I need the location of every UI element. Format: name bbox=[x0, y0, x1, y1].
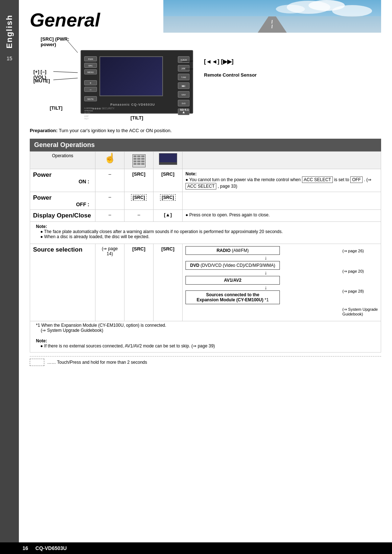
radio-source-box: RADIO (AM/FM) bbox=[186, 247, 280, 255]
operations-table: Operations ☝ bbox=[30, 151, 381, 353]
acc-select-badge: ACC SELECT bbox=[302, 176, 333, 183]
svg-line-12 bbox=[53, 72, 78, 73]
radio-bold: RADIO bbox=[217, 248, 231, 253]
next-btn: ⏭ bbox=[178, 82, 189, 89]
expansion-footnote-ref: *1 bbox=[264, 297, 269, 302]
table-row-source-notes: *1 When the Expansion Module (CY-EM100U,… bbox=[30, 321, 381, 353]
device-sketch: PWR SRC MENU + – MUTE A.MODEXPBASSMUTEAS… bbox=[81, 50, 193, 114]
expansion-source-box: Sources connected to theExpansion Module… bbox=[186, 291, 280, 304]
table-header-row: Operations ☝ bbox=[30, 152, 381, 169]
header-panel-col bbox=[154, 152, 183, 169]
navi-btn: NAVI bbox=[178, 91, 189, 98]
panel-icon bbox=[159, 153, 177, 165]
source-note-title: Note: bbox=[36, 338, 375, 343]
arrow-2: ↓ bbox=[193, 270, 339, 276]
road-illustration bbox=[163, 0, 381, 33]
power-on-note-title: Note: bbox=[185, 171, 378, 176]
power-on-remote-cell: [SRC] bbox=[124, 169, 154, 192]
expansion-page-ref: (⇒ System UpgradeGuidebook) bbox=[342, 307, 378, 316]
display-sub-note-1: ● The face plate automatically closes af… bbox=[40, 229, 375, 234]
power-off-row-label: Power bbox=[33, 194, 92, 201]
svg-line-13 bbox=[53, 78, 78, 80]
touch-icon: ☝ bbox=[97, 153, 123, 163]
display-sub-note-2: ● When a disc is already loaded, the dis… bbox=[40, 234, 375, 239]
page-refs: (⇒ page 26) (⇒ page 20) (⇒ page 28) (⇒ S… bbox=[339, 246, 378, 319]
pwr-btn: PWR bbox=[84, 56, 97, 61]
display-touch-cell: – bbox=[95, 210, 124, 222]
source-row-label: Source selection bbox=[33, 246, 92, 253]
source-flow-container: RADIO (AM/FM) ↓ DVD (DVD/VCD (Video CD)/… bbox=[185, 246, 378, 319]
preparation-text: Turn your car's ignition key to the ACC … bbox=[59, 128, 172, 133]
footer-legend: …… Touch/Press and hold for more than 2 … bbox=[30, 356, 381, 366]
display-remote-val: – bbox=[138, 212, 140, 217]
power-on-sublabel: ON : bbox=[33, 179, 92, 184]
display-label-cell: Display Open/Close bbox=[30, 210, 95, 222]
device-diagram: PWR SRC MENU + – MUTE A.MODEXPBASSMUTEAS… bbox=[81, 40, 193, 121]
tilt-label-below: [TILT] bbox=[81, 115, 193, 121]
source-panel-cell: [SRC] bbox=[154, 244, 183, 321]
display-row-label: Display Open/Close bbox=[33, 212, 92, 219]
display-note-1: ● Press once to open. Press again to clo… bbox=[185, 212, 270, 217]
vol-plus-btn: + bbox=[84, 80, 97, 85]
power-on-panel-val: [SRC] bbox=[161, 171, 174, 177]
device-section: [SRC] (PWR: power) [+] [–](VOL) [MUTE] [… bbox=[30, 36, 381, 121]
device-screen bbox=[99, 56, 163, 96]
sidebar-language-label: English bbox=[5, 15, 14, 48]
off-badge: OFF bbox=[350, 176, 363, 183]
power-off-touch-val: – bbox=[109, 194, 111, 200]
bottom-bar: 16 CQ-VD6503U bbox=[0, 542, 392, 554]
av-page-ref: (⇒ page 28) bbox=[342, 289, 378, 294]
power-on-notes-cell: Note: ● You cannot turn on the power via… bbox=[183, 169, 381, 192]
display-panel-cell: [▲] bbox=[154, 210, 183, 222]
src-pwr-label: [SRC] (PWR: power) bbox=[41, 36, 81, 47]
security-label: ◉◉◉◉ SECURITY bbox=[92, 107, 114, 110]
tilt-label: [TILT] bbox=[50, 105, 62, 111]
dvd-page-ref: (⇒ page 20) bbox=[342, 269, 378, 274]
table-row-display-notes: Note: ● The face plate automatically clo… bbox=[30, 222, 381, 244]
operations-title: General Operations bbox=[34, 141, 95, 148]
power-off-sublabel: OFF : bbox=[33, 201, 92, 207]
header-notes-col bbox=[183, 152, 381, 169]
svg-rect-10 bbox=[163, 16, 381, 33]
power-on-row-label: Power bbox=[33, 171, 92, 179]
display-sub-notes-cell: Note: ● The face plate automatically clo… bbox=[30, 222, 381, 244]
expansion-bold: Sources connected to theExpansion Module… bbox=[197, 292, 264, 302]
source-notes-cell: RADIO (AM/FM) ↓ DVD (DVD/VCD (Video CD)/… bbox=[183, 244, 381, 321]
tune-track-btn: TUNETRACK bbox=[178, 74, 189, 80]
power-off-label-cell: Power OFF : bbox=[30, 192, 95, 210]
table-row-power-off: Power OFF : – [SRC] [SRC] bbox=[30, 192, 381, 210]
acc-select-badge-2: ACC SELECT bbox=[185, 183, 216, 190]
dvd-bold: DVD bbox=[190, 263, 199, 268]
header-remote-col bbox=[124, 152, 154, 169]
av-source-box: AV1/AV2 bbox=[186, 276, 280, 284]
power-off-remote-val: [SRC] bbox=[131, 194, 147, 201]
source-footnote: *1 When the Expansion Module (CY-EM100U,… bbox=[36, 323, 375, 328]
mute-btn: MUTE bbox=[84, 96, 97, 101]
power-on-panel-cell: [SRC] bbox=[154, 169, 183, 192]
display-notes-cell: ● Press once to open. Press again to clo… bbox=[183, 210, 381, 222]
general-operations-section: General Operations Operations ☝ bbox=[30, 139, 381, 353]
preparation-label: Preparation: bbox=[30, 128, 58, 133]
display-touch-val: – bbox=[109, 212, 111, 217]
table-row-power-on: Power ON : – [SRC] [SRC] Note: ● You can… bbox=[30, 169, 381, 192]
remote-sensor-label: Remote Control Sensor bbox=[204, 72, 257, 78]
vol-minus-btn: – bbox=[84, 87, 97, 92]
prev-btn: ⏮ bbox=[178, 65, 189, 72]
dvd-btn: DVD bbox=[178, 100, 189, 106]
source-touch-val: (⇒ page 14) bbox=[102, 246, 118, 256]
power-on-touch-val: – bbox=[109, 171, 111, 177]
sd-label: SD·5.1 bbox=[180, 108, 189, 111]
source-panel-val: [SRC] bbox=[161, 246, 174, 252]
dvd-row: DVD (DVD/VCD (Video CD)/CD/MP3/WMA) bbox=[186, 261, 280, 269]
power-off-panel-cell: [SRC] bbox=[154, 192, 183, 210]
device-left-buttons: PWR SRC MENU + – MUTE A.MODEXPBASSMUTEAS… bbox=[84, 56, 97, 120]
remote-icon bbox=[132, 154, 146, 167]
bottom-model: CQ-VD6503U bbox=[36, 545, 67, 551]
power-on-label-cell: Power ON : bbox=[30, 169, 95, 192]
av-bold: AV1/AV2 bbox=[224, 278, 241, 283]
preparation-line: Preparation: Turn your car's ignition ke… bbox=[30, 128, 381, 133]
display-sub-note-title: Note: bbox=[36, 224, 375, 229]
table-row-source: Source selection (⇒ page 14) [SRC] [SRC] bbox=[30, 244, 381, 321]
dvd-source-table: DVD (DVD/VCD (Video CD)/CD/MP3/WMA) bbox=[185, 261, 280, 270]
display-panel-val: [▲] bbox=[164, 212, 172, 217]
